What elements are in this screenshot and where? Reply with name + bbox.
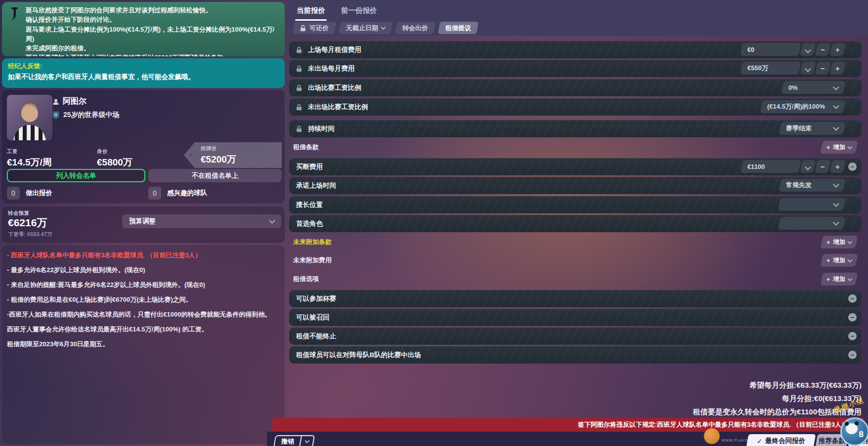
asking-price-tag: 挂牌价 €5200万 (184, 142, 282, 168)
person-icon (52, 98, 59, 105)
rules-notes-panel: - 西班牙人球队名单中最多只能有3名非欧盟球员. （目前已注册3人） - 最多允… (2, 245, 285, 444)
remove-option-button[interactable]: − (848, 294, 857, 303)
remove-option-button[interactable]: − (848, 332, 857, 340)
lock-icon[interactable] (296, 104, 302, 111)
buyout-value-input[interactable]: €1100 (740, 160, 801, 173)
fee-unused-decrease-button[interactable]: − (815, 62, 831, 75)
rule-note: - 西班牙人球队名单中最多只能有3名非欧盟球员. （目前已注册3人） (7, 248, 279, 263)
wage-unused-dropdown[interactable]: (€14.5万/周)的100% (760, 100, 846, 113)
add-future-fee-button[interactable]: +增加 (820, 254, 858, 267)
option-label: 租借不能终止 (296, 332, 336, 341)
undo-button[interactable]: 撤销 (273, 435, 315, 446)
fee-playing-value-input[interactable]: €0 (740, 43, 801, 56)
message-line: 确认报价并开始下阶段的讨论。 (26, 15, 281, 24)
option-label: 可以被召回 (296, 313, 330, 322)
fee-playing-increase-button[interactable]: + (829, 43, 846, 56)
message-line: 斑马还希望加入西班牙人可以在租借结束后以€5200万买断球员的条款。 (26, 53, 281, 56)
loan-negotiation-screen: 斑马欣然接受了阿图尔的合同要求并且对谈判过程感到轻松愉快。 确认报价并开始下阶段… (0, 0, 868, 446)
info-icon[interactable]: i (852, 421, 860, 429)
duration-dropdown[interactable]: 赛季结束 (779, 122, 846, 135)
section-future-clauses: 未来附加条款 +增加 (289, 234, 862, 250)
position-dropdown[interactable] (778, 198, 846, 211)
budget-amount: €6216万 (8, 216, 47, 230)
option-label: 租借球员可以在对阵母队B队的比赛中出场 (296, 351, 421, 360)
add-loan-option-button[interactable]: +增加 (820, 273, 858, 285)
field-row-wage-unused: 未出场比赛工资比例 (€14.5万/周)的100% (289, 98, 862, 116)
tab-current-offer[interactable]: 当前报价 (297, 6, 325, 15)
cost-summary: 希望每月分担:€63.33万(€63.33万) 每月分担:€0(€613.33万… (693, 378, 862, 418)
negotiable-chip[interactable]: 可还价 (293, 22, 336, 34)
field-label: 承诺上场时间 (296, 181, 336, 190)
suggest-terms-button[interactable]: 推荐条款 (816, 434, 849, 446)
active-tab-underline (295, 19, 327, 21)
lock-icon[interactable] (296, 65, 302, 72)
buyout-increase-button[interactable]: + (829, 160, 846, 173)
wage-playing-dropdown[interactable]: 0% (781, 81, 846, 94)
interested-clubs-row[interactable]: 0 感兴趣的球队 (148, 187, 207, 200)
remove-buyout-button[interactable]: − (848, 162, 857, 171)
player-name[interactable]: 阿图尔 (63, 96, 87, 107)
lock-icon[interactable] (296, 84, 302, 91)
rule-note: -西班牙人如果在租借期内购买这名球员的话，只需付出€1000的转会费就能无条件的… (7, 307, 279, 322)
add-future-clause-button[interactable]: +增加 (820, 236, 858, 248)
tab-previous-offer[interactable]: 前一份报价 (341, 6, 377, 15)
fee-playing-decrease-button[interactable]: − (815, 43, 831, 56)
loan-list-status-button[interactable]: 不在租借名单上 (148, 169, 282, 182)
role-dropdown[interactable] (778, 217, 846, 230)
deadline-chip[interactable]: 无截止日期 (339, 22, 392, 34)
summary-line: 每月分担:€0(€613.33万) (693, 392, 862, 405)
remove-option-button[interactable]: − (848, 313, 857, 322)
interested-count: 0 (148, 187, 161, 200)
club-message-text: 斑马欣然接受了阿图尔的合同要求并且对谈判过程感到轻松愉快。 确认报价并开始下阶段… (26, 5, 281, 56)
fee-playing-dropdown-button[interactable] (800, 43, 816, 56)
fee-unused-increase-button[interactable]: + (829, 62, 846, 75)
player-photo (7, 95, 52, 140)
chevron-down-icon (848, 276, 853, 281)
field-label: 未出场比赛工资比例 (308, 103, 368, 112)
add-loan-term-button[interactable]: +增加 (820, 141, 858, 154)
playing-time-dropdown[interactable]: 常规先发 (779, 179, 846, 192)
remove-option-button[interactable]: − (848, 351, 857, 359)
section-future-fees: 未来附加费用 +增加 (289, 252, 862, 268)
final-offer-button[interactable]: ✓最终合同报价 (746, 434, 816, 446)
lock-icon[interactable] (296, 46, 302, 53)
agent-feedback-panel: 经纪人反馈: 如果不让我的客户和西班牙人商量租借事宜，他可能会发飙哦。 (2, 58, 285, 88)
lock-icon[interactable] (296, 125, 302, 132)
chevron-down-icon (833, 219, 839, 226)
undo-dropdown-button[interactable] (299, 435, 315, 446)
chevron-down-icon (381, 25, 386, 30)
field-row-duration: 持续时间 赛季结束 (289, 120, 862, 137)
chevron-down-icon (833, 103, 839, 109)
loan-option-row: 可以被召回 − (289, 309, 862, 326)
chevron-down-icon (304, 438, 309, 443)
chevron-down-icon (805, 66, 811, 72)
banner-text: 签下阿图尔将违反以下规定:西班牙人球队名单中最多只能有3名非欧盟球员. （目前已… (578, 420, 848, 429)
club-message-panel: 斑马欣然接受了阿图尔的合同要求并且对谈判过程感到轻松愉快。 确认报价并开始下阶段… (2, 2, 285, 56)
value-label: 身价 (97, 148, 132, 155)
field-row-buyout: 买断费用 €1100 − + − (289, 158, 862, 175)
cancel-offer-button[interactable]: 取消报价 (848, 434, 868, 446)
budget-adjust-dropdown[interactable]: 预算调整 (122, 214, 281, 228)
offers-made-row[interactable]: 0 做出报价 (7, 187, 52, 200)
chevron-down-icon (833, 83, 839, 90)
budget-adjust-label: 预算调整 (129, 217, 156, 226)
rule-violation-banner: 签下阿图尔将违反以下规定:西班牙人球队名单中最多只能有3名非欧盟球员. （目前已… (272, 418, 865, 432)
fee-unused-value-input[interactable]: €550万 (740, 62, 801, 75)
brazil-badge-icon (52, 111, 59, 119)
transfer-bid-chip[interactable]: 转会出价 (395, 22, 435, 34)
section-label: 未来附加条款 (289, 238, 332, 246)
chevron-down-icon (848, 257, 853, 262)
option-label: 可以参加杯赛 (296, 294, 336, 303)
loan-proposal-chip[interactable]: 租借提议 (438, 22, 478, 34)
chevron-down-icon (848, 144, 853, 149)
transfer-listed-button[interactable]: 列入转会名单 (7, 169, 145, 182)
field-row-fee-playing: 上场每月租借费用 €0 − + (289, 41, 862, 58)
chevron-down-icon (269, 217, 275, 224)
buyout-dropdown-button[interactable] (800, 160, 816, 173)
buyout-decrease-button[interactable]: − (815, 160, 831, 173)
offers-label: 做出报价 (26, 189, 52, 198)
rule-note: 租借期限至2023年6月30日星期五。 (7, 337, 279, 352)
chevron-down-icon (848, 239, 853, 244)
fee-unused-dropdown-button[interactable] (800, 62, 816, 75)
field-label: 持续时间 (308, 124, 335, 133)
